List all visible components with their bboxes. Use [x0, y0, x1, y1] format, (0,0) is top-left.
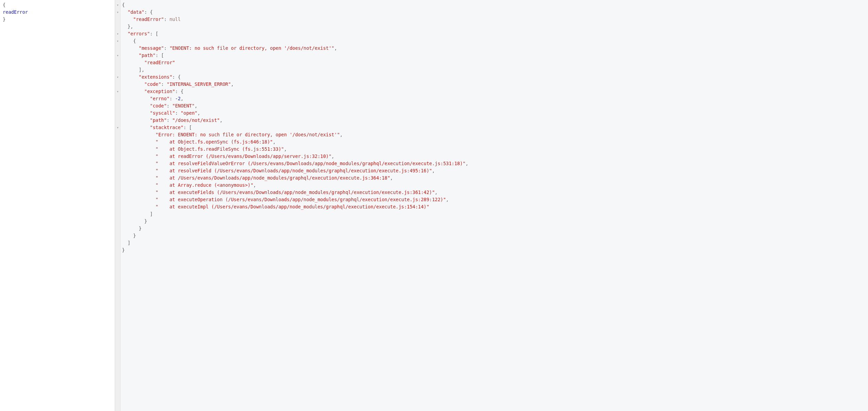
code-line: "path": [: [122, 52, 867, 59]
code-line: " at executeImpl (/Users/evans/Downloads…: [122, 203, 867, 210]
code-line: " at /Users/evans/Downloads/app/node_mod…: [122, 174, 867, 182]
gutter-blank: [115, 45, 120, 52]
gutter-blank: [115, 110, 120, 117]
gutter-blank: [115, 23, 120, 30]
code-line: "exception": {: [122, 88, 867, 95]
gutter-blank: [115, 182, 120, 189]
fold-arrow-icon[interactable]: [115, 73, 120, 81]
gutter-blank: [115, 66, 120, 73]
code-line: " at readError (/Users/evans/Downloads/a…: [122, 153, 867, 160]
code-line: "extensions": {: [122, 73, 867, 81]
gutter-blank: [115, 196, 120, 203]
code-line: " at executeOperation (/Users/evans/Down…: [122, 196, 867, 203]
fold-arrow-icon[interactable]: [115, 1, 120, 9]
gutter-blank: [115, 95, 120, 102]
response-viewer: { "data": { "readError": null }, "errors…: [115, 0, 868, 411]
gutter-blank: [115, 138, 120, 146]
gutter-blank: [115, 153, 120, 160]
brace-open: {: [3, 2, 5, 8]
gutter-blank: [115, 131, 120, 138]
code-line: ],: [122, 66, 867, 73]
gutter-blank: [115, 102, 120, 110]
fold-arrow-icon[interactable]: [115, 9, 120, 16]
fold-arrow-icon[interactable]: [115, 37, 120, 45]
gutter-blank: [115, 225, 120, 232]
code-line: "code": "ENOENT",: [122, 102, 867, 110]
code-line: " at Object.fs.readFileSync (fs.js:551:3…: [122, 146, 867, 153]
code-line: "path": "/does/not/exist",: [122, 117, 867, 124]
gutter-blank: [115, 16, 120, 23]
code-line: "syscall": "open",: [122, 110, 867, 117]
code-line: }: [122, 232, 867, 239]
gutter-blank: [115, 239, 120, 247]
code-line: ]: [122, 210, 867, 218]
gutter-blank: [115, 203, 120, 210]
gutter-blank: [115, 232, 120, 239]
code-line: }: [122, 218, 867, 225]
code-line: " at Object.fs.openSync (fs.js:646:18)",: [122, 138, 867, 146]
gutter-blank: [115, 117, 120, 124]
code-line: "message": "ENOENT: no such file or dire…: [122, 45, 867, 52]
fold-arrow-icon[interactable]: [115, 88, 120, 95]
query-editor[interactable]: { readError }: [0, 0, 115, 411]
fold-arrow-icon[interactable]: [115, 30, 120, 37]
gutter-blank: [115, 167, 120, 174]
gutter-blank: [115, 174, 120, 182]
query-field: readError: [3, 9, 28, 15]
code-line: "Error: ENOENT: no such file or director…: [122, 131, 867, 138]
code-line: }: [122, 225, 867, 232]
gutter-blank: [115, 59, 120, 66]
code-line: " at Array.reduce (<anonymous>)",: [122, 182, 867, 189]
code-line: " at resolveField (/Users/evans/Download…: [122, 167, 867, 174]
code-line: "stacktrace": [: [122, 124, 867, 131]
code-line: {: [122, 1, 867, 9]
code-line: ]: [122, 239, 867, 247]
code-line: " at resolveFieldValueOrError (/Users/ev…: [122, 160, 867, 167]
gutter-blank: [115, 189, 120, 196]
brace-close: }: [3, 16, 5, 22]
code-line: "readError": [122, 59, 867, 66]
gutter-blank: [115, 210, 120, 218]
fold-gutter[interactable]: [115, 0, 121, 411]
response-code[interactable]: { "data": { "readError": null }, "errors…: [121, 0, 868, 411]
code-line: }: [122, 247, 867, 254]
code-line: "errors": [: [122, 30, 867, 37]
gutter-blank: [115, 218, 120, 225]
code-line: "readError": null: [122, 16, 867, 23]
code-line: {: [122, 37, 867, 45]
gutter-blank: [115, 160, 120, 167]
fold-arrow-icon[interactable]: [115, 124, 120, 131]
code-line: "code": "INTERNAL_SERVER_ERROR",: [122, 81, 867, 88]
code-line: },: [122, 23, 867, 30]
gutter-blank: [115, 81, 120, 88]
fold-arrow-icon[interactable]: [115, 52, 120, 59]
gutter-blank: [115, 247, 120, 254]
code-line: "data": {: [122, 9, 867, 16]
gutter-blank: [115, 146, 120, 153]
code-line: " at executeFields (/Users/evans/Downloa…: [122, 189, 867, 196]
code-line: "errno": -2,: [122, 95, 867, 102]
